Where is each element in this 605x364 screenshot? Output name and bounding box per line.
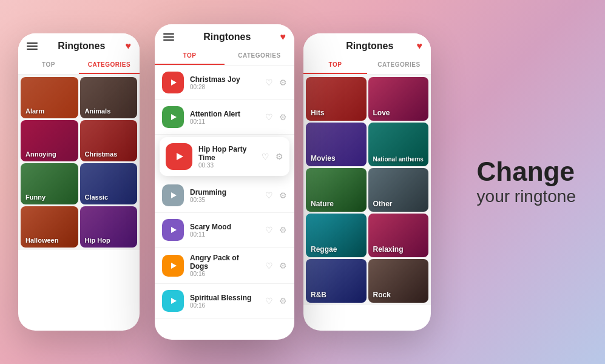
- category-reggae[interactable]: Reggae: [306, 214, 367, 257]
- category-alarm-label: Alarm: [25, 107, 44, 115]
- ringtone-scary-mood[interactable]: Scary Mood 00:11 ♡ ⚙: [155, 213, 294, 248]
- ringtone-info-attention-alert: Attention Alert 00:11: [190, 110, 259, 125]
- play-angry-dogs[interactable]: [162, 255, 184, 277]
- ringtone-duration-drumming: 00:35: [190, 197, 259, 203]
- center-phone-header: Ringtones ♥: [155, 24, 294, 47]
- ringtone-info-angry-dogs: Angry Pack of Dogs 00:16: [190, 254, 259, 277]
- category-animals-label: Animals: [85, 107, 111, 115]
- category-rock[interactable]: Rock: [368, 259, 429, 303]
- play-christmas-joy[interactable]: [162, 72, 184, 93]
- play-hip-hop[interactable]: [166, 143, 192, 170]
- right-phone-title: Ringtones: [346, 41, 393, 52]
- settings-icon-angry-dogs[interactable]: ⚙: [279, 261, 287, 271]
- category-movies[interactable]: Movies: [306, 123, 367, 166]
- ringtone-name-christmas-joy: Christmas Joy: [190, 75, 259, 84]
- menu-icon-left[interactable]: [27, 42, 38, 50]
- play-icon-drumming: [171, 192, 177, 198]
- center-heart-icon[interactable]: ♥: [280, 32, 286, 42]
- left-phone-header: Ringtones ♥: [18, 33, 140, 56]
- ringtone-drumming[interactable]: Drumming 00:35 ♡ ⚙: [155, 178, 294, 213]
- category-animals[interactable]: Animals: [80, 77, 138, 118]
- ringtone-info-christmas-joy: Christmas Joy 00:28: [190, 75, 259, 90]
- ringtone-info-scary-mood: Scary Mood 00:11: [190, 223, 259, 238]
- phone-left: Ringtones ♥ TOP CATEGORIES Alarm Animals…: [18, 33, 140, 331]
- category-classic-label: Classic: [85, 194, 109, 201]
- category-reggae-label: Reggae: [311, 245, 337, 254]
- center-phone-title: Ringtones: [203, 32, 251, 42]
- ringtone-spiritual[interactable]: Spiritual Blessing 00:16 ♡ ⚙: [155, 284, 294, 318]
- category-national-anthems[interactable]: National anthems: [368, 123, 429, 166]
- center-phone-tabs: TOP CATEGORIES: [155, 47, 294, 66]
- ringtone-name-angry-dogs: Angry Pack of Dogs: [190, 254, 259, 271]
- like-icon-drumming[interactable]: ♡: [265, 190, 273, 200]
- settings-icon-spiritual[interactable]: ⚙: [279, 296, 287, 306]
- right-heart-icon[interactable]: ♥: [417, 41, 423, 52]
- category-alarm[interactable]: Alarm: [21, 77, 78, 118]
- like-icon-scary-mood[interactable]: ♡: [265, 225, 273, 235]
- ringtone-duration-spiritual: 00:16: [190, 302, 259, 309]
- left-phone-title: Ringtones: [58, 41, 105, 52]
- tab-top-center[interactable]: TOP: [155, 47, 225, 65]
- right-categories-grid: Hits Love Movies National anthems Nature…: [303, 75, 431, 305]
- tab-top-right[interactable]: TOP: [303, 56, 367, 74]
- play-spiritual[interactable]: [162, 290, 184, 312]
- category-national-anthems-label: National anthems: [373, 156, 424, 163]
- category-other[interactable]: Other: [368, 168, 429, 212]
- ringtone-duration-hip-hop: 00:33: [198, 162, 255, 169]
- like-icon-spiritual[interactable]: ♡: [265, 296, 273, 306]
- phone-right: Ringtones ♥ TOP CATEGORIES Hits Love Mov…: [303, 33, 431, 331]
- category-relaxing-label: Relaxing: [373, 245, 404, 254]
- settings-icon-drumming[interactable]: ⚙: [279, 190, 287, 200]
- category-christmas-left[interactable]: Christmas: [80, 120, 138, 161]
- category-hiphop-left[interactable]: Hip Hop: [80, 206, 138, 248]
- ringtone-info-drumming: Drumming 00:35: [190, 188, 259, 203]
- ringtone-angry-dogs[interactable]: Angry Pack of Dogs 00:16 ♡ ⚙: [155, 248, 294, 284]
- ringtone-actions-hip-hop: ♡ ⚙: [262, 152, 283, 161]
- now-playing-card: Hip Hop Party Time 00:33 ♡ ⚙: [160, 137, 289, 176]
- right-phone-header: Ringtones ♥: [303, 33, 431, 56]
- right-phone-tabs: TOP CATEGORIES: [303, 56, 431, 75]
- play-icon: [171, 114, 177, 120]
- category-other-label: Other: [373, 200, 393, 208]
- category-nature[interactable]: Nature: [306, 168, 367, 212]
- ringtone-name-hip-hop: Hip Hop Party Time: [198, 145, 255, 162]
- play-icon: [171, 79, 177, 86]
- category-rnb[interactable]: R&B: [306, 259, 367, 303]
- ringtone-actions-drumming: ♡ ⚙: [265, 190, 287, 200]
- category-hits[interactable]: Hits: [306, 77, 367, 121]
- tab-categories-center[interactable]: CATEGORIES: [225, 47, 294, 65]
- category-annoying[interactable]: Annoying: [21, 120, 78, 161]
- category-love[interactable]: Love: [368, 77, 429, 121]
- category-nature-label: Nature: [311, 200, 334, 208]
- settings-icon-attention-alert[interactable]: ⚙: [279, 112, 287, 122]
- ringtone-actions-scary-mood: ♡ ⚙: [265, 225, 287, 235]
- play-scary-mood[interactable]: [162, 219, 184, 241]
- ringtone-actions-attention-alert: ♡ ⚙: [265, 112, 287, 122]
- tab-categories-right[interactable]: CATEGORIES: [367, 56, 431, 74]
- like-icon-angry-dogs[interactable]: ♡: [265, 261, 273, 271]
- category-classic[interactable]: Classic: [80, 163, 138, 204]
- like-icon-christmas-joy[interactable]: ♡: [265, 78, 273, 87]
- ringtone-duration-attention-alert: 00:11: [190, 118, 259, 125]
- left-heart-icon[interactable]: ♥: [126, 41, 132, 52]
- tab-top-left[interactable]: TOP: [18, 56, 79, 74]
- play-attention-alert[interactable]: [162, 106, 184, 128]
- play-icon-angry-dogs: [171, 263, 177, 269]
- scene: Ringtones ♥ TOP CATEGORIES Alarm Animals…: [0, 0, 605, 364]
- category-funny[interactable]: Funny: [21, 163, 78, 204]
- category-relaxing[interactable]: Relaxing: [368, 214, 429, 257]
- settings-icon-christmas-joy[interactable]: ⚙: [279, 78, 287, 87]
- category-halloween[interactable]: Halloween: [21, 206, 78, 248]
- like-icon-attention-alert[interactable]: ♡: [265, 112, 273, 122]
- settings-icon-scary-mood[interactable]: ⚙: [279, 225, 287, 235]
- play-icon-spiritual: [171, 298, 177, 304]
- like-icon-hip-hop[interactable]: ♡: [262, 152, 269, 161]
- ringtone-christmas-joy[interactable]: Christmas Joy 00:28 ♡ ⚙: [155, 66, 294, 100]
- tab-categories-left[interactable]: CATEGORIES: [79, 56, 140, 74]
- menu-icon-center[interactable]: [163, 33, 174, 41]
- settings-icon-hip-hop[interactable]: ⚙: [275, 152, 283, 161]
- play-drumming[interactable]: [162, 184, 184, 206]
- ringtone-actions-angry-dogs: ♡ ⚙: [265, 261, 287, 271]
- ringtone-name-spiritual: Spiritual Blessing: [190, 294, 259, 302]
- ringtone-attention-alert[interactable]: Attention Alert 00:11 ♡ ⚙: [155, 100, 294, 135]
